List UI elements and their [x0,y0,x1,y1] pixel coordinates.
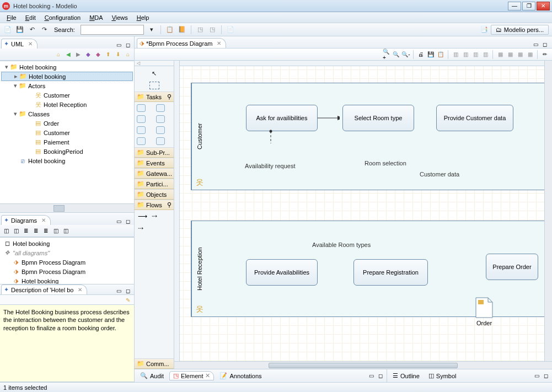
tree-row-cls-bookingperiod[interactable]: ▤BookingPeriod [1,147,133,156]
tree-row-classes[interactable]: ▾📁Classes [1,109,133,119]
tree-row-diagram[interactable]: ⎚Hotel booking [1,156,133,165]
description-view-tab[interactable]: ✦ Description of 'Hotel bo ✕ [1,284,87,294]
nav-refresh-icon[interactable]: ⌂ [124,51,132,58]
canvas-hscrollbar[interactable] [174,361,552,369]
nav-down-icon[interactable]: ⬇ [114,51,122,58]
close-icon[interactable]: ✕ [41,217,46,223]
diag-tb-icon[interactable]: ◫ [12,227,20,235]
symbol-tab[interactable]: ◫Symbol [425,372,460,380]
toolbar-icon-b[interactable]: 📙 [178,25,186,34]
palette-group-tasks[interactable]: 📁Tasks⚲ [135,92,174,102]
minimize-view-icon[interactable]: ▭ [367,372,375,380]
maximize-view-icon[interactable]: ◻ [541,40,549,48]
new-icon[interactable]: 📄 [3,25,12,34]
edit-desc-icon[interactable]: ✎ [124,296,132,304]
maximize-view-icon[interactable]: ◻ [377,372,384,380]
menu-help[interactable]: Help [132,14,154,21]
nav-icon-a[interactable]: ◆ [84,51,92,58]
palette-task-item[interactable] [137,104,146,112]
diag-tree-d2[interactable]: ⬗Bpmn Process Diagram [1,267,133,276]
palette-flow-solid[interactable]: ⟶ [138,212,147,220]
print-icon[interactable]: 🖨 [417,51,425,58]
menu-edit[interactable]: Edit [21,14,40,21]
diag-tb-icon[interactable]: ≣ [22,227,30,235]
nav-forward-icon[interactable]: ▶ [74,51,82,58]
diag-tree-d3[interactable]: ⬗Hotel booking [1,276,133,284]
tree-row-cls-customer[interactable]: ▤Customer [1,128,133,137]
close-icon[interactable]: ✕ [217,40,221,46]
diag-tb-icon[interactable]: ◫ [2,227,10,235]
toolbar-icon-a[interactable]: 📋 [165,25,174,34]
close-icon[interactable]: ✕ [205,372,210,379]
diagrams-view-tab[interactable]: ✦ Diagrams ✕ [1,215,51,225]
tree-row-root[interactable]: ▾📁Hotel booking [1,62,133,72]
palette-flow-dashed-open[interactable]: ⤍ [152,212,157,220]
palette-group-events[interactable]: 📁Events [135,158,174,168]
lane-customer[interactable]: Customer 옷 [191,83,552,190]
tree-row-cls-paiement[interactable]: ▤Paiement [1,137,133,147]
maximize-view-icon[interactable]: ◻ [124,41,132,49]
nav-back-icon[interactable]: ◀ [65,51,72,58]
palette-marquee-tool[interactable] [149,82,159,89]
diag-tb-icon[interactable]: ≣ [32,227,40,235]
palette-task-item[interactable] [156,126,165,134]
close-icon[interactable]: ✕ [28,41,33,47]
toolbar-icon-d[interactable]: ◳ [208,25,217,34]
menu-file[interactable]: File [2,14,21,21]
tree-scrollbar[interactable] [0,203,134,212]
maximize-view-icon[interactable]: ◻ [124,217,132,225]
uml-view-tab[interactable]: ✦ UML ✕ [1,39,37,49]
search-dropdown-icon[interactable]: ▾ [147,25,156,34]
task-prepare-order[interactable]: Prepare Order [486,254,538,280]
palette-task-item[interactable] [137,137,146,145]
toolbar-icon-e[interactable]: 📄 [226,25,235,34]
menu-mda[interactable]: MDA [85,14,107,21]
palette-flow-dashed[interactable]: ⤏ [138,224,143,232]
tree-row-actor-reception[interactable]: 옷Hotel Reception [1,100,133,109]
menu-views[interactable]: Views [108,14,132,21]
diag-tb-icon[interactable]: ◫ [62,227,69,235]
grid-icon[interactable]: ▦ [516,51,524,58]
tree-row-actors[interactable]: ▾📁Actors [1,81,133,90]
grid-icon[interactable]: ▦ [496,51,504,58]
palette-group-subprocesses[interactable]: 📁Sub-Pr... [135,148,174,158]
tree-row-pkg[interactable]: ▸📁Hotel booking [1,72,133,81]
close-icon[interactable]: ✕ [78,287,82,293]
diag-tree-all[interactable]: ❖"all diagrams" [1,248,133,257]
outline-tab[interactable]: ☰Outline [389,372,423,380]
minimize-view-icon[interactable]: ▭ [533,372,540,380]
maximize-button[interactable]: ❐ [522,2,535,10]
align-icon[interactable]: ▥ [462,51,469,58]
tree-row-actor-customer[interactable]: 옷Customer [1,90,133,100]
diagram-canvas[interactable]: Customer 옷 Hotel Reception 옷 Ask for ava… [174,61,552,369]
diag-tree-root[interactable]: ◻Hotel booking [1,239,133,248]
palette-task-item[interactable] [137,126,146,134]
minimize-view-icon[interactable]: ▭ [115,287,122,294]
perspective-switch-icon[interactable]: 📑 [480,25,489,34]
tree-row-cls-order[interactable]: ▤Order [1,119,133,128]
canvas-vscrollbar[interactable] [544,61,552,369]
toolbar-icon-c[interactable]: ◳ [196,25,205,34]
task-prepare-registration[interactable]: Prepare Registration [353,259,428,286]
minimize-view-icon[interactable]: ▭ [115,217,122,225]
palette-task-item[interactable] [156,137,165,145]
align-icon[interactable]: ▥ [452,51,459,58]
palette-collapse-icon[interactable]: ◁ [135,61,174,66]
task-provide-customer-data[interactable]: Provide Customer data [436,105,513,131]
diag-tree-d1[interactable]: ⬗Bpmn Process Diagram [1,257,133,267]
save-icon[interactable]: 💾 [15,25,24,34]
redo-icon[interactable]: ↷ [40,25,49,34]
zoom-reset-icon[interactable]: 🔍 [392,51,400,58]
zoom-in-icon[interactable]: 🔍+ [382,51,390,58]
audit-tab[interactable]: 🔍Audit [137,372,167,380]
minimize-button[interactable]: — [508,2,521,10]
annotations-tab[interactable]: 📝Annotations [216,372,265,380]
search-input[interactable] [81,25,144,35]
palette-group-flows[interactable]: 📁Flows⚲ [135,200,174,210]
palette-task-item[interactable] [137,115,146,123]
grid-icon[interactable]: ▦ [526,51,534,58]
palette-task-item[interactable] [156,104,165,112]
close-button[interactable]: ✕ [537,2,550,10]
data-object-order[interactable] [475,297,494,319]
palette-select-tool[interactable]: ↖ [149,68,159,78]
